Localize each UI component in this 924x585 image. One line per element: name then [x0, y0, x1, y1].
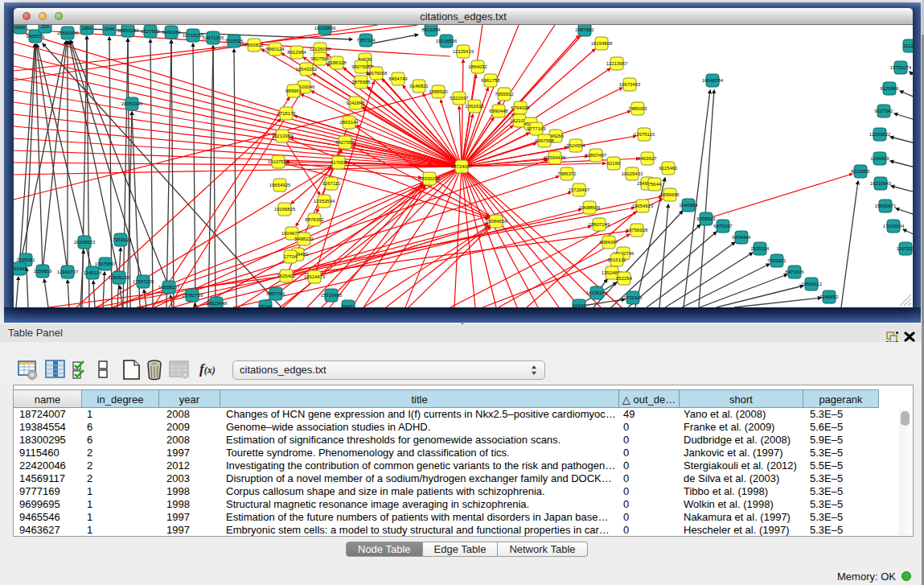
svg-text:19218506: 19218506 — [436, 39, 458, 43]
svg-text:252254: 252254 — [616, 276, 633, 281]
svg-text:18807249: 18807249 — [589, 222, 610, 227]
svg-text:8454749: 8454749 — [388, 76, 408, 81]
svg-text:10444: 10444 — [573, 303, 586, 307]
svg-text:10654112: 10654112 — [801, 282, 823, 286]
svg-text:8912954: 8912954 — [287, 50, 306, 55]
svg-text:12093822: 12093822 — [869, 132, 891, 137]
svg-text:15716485: 15716485 — [321, 293, 343, 298]
svg-text:209: 209 — [41, 25, 50, 29]
svg-text:1588520: 1588520 — [429, 89, 448, 94]
svg-text:12213967: 12213967 — [606, 61, 628, 66]
svg-text:1527602: 1527602 — [141, 29, 160, 34]
svg-text:1156819: 1156819 — [34, 269, 53, 274]
svg-text:6466160: 6466160 — [162, 30, 181, 35]
svg-text:9245652: 9245652 — [819, 295, 839, 299]
svg-text:15246: 15246 — [259, 304, 273, 307]
svg-text:12353594: 12353594 — [314, 199, 335, 204]
svg-text:6961758: 6961758 — [481, 78, 500, 83]
svg-text:10958107: 10958107 — [158, 285, 180, 290]
svg-text:1733426: 1733426 — [623, 295, 643, 300]
svg-text:1167533: 1167533 — [897, 246, 913, 251]
svg-text:9827508: 9827508 — [351, 64, 371, 69]
svg-text:2803144: 2803144 — [339, 120, 359, 125]
svg-text:8427552: 8427552 — [335, 140, 355, 145]
svg-text:18724007: 18724007 — [451, 164, 473, 169]
svg-text:19384554: 19384554 — [486, 219, 507, 224]
svg-text:2087682: 2087682 — [575, 27, 594, 32]
svg-text:9146821: 9146821 — [409, 84, 429, 89]
svg-text:7955812: 7955812 — [495, 92, 514, 97]
svg-text:8878352: 8878352 — [305, 217, 324, 222]
svg-text:15692971: 15692971 — [875, 204, 897, 208]
svg-text:19654925: 19654925 — [269, 183, 291, 187]
svg-text:16914479: 16914479 — [304, 274, 326, 279]
svg-text:5498222: 5498222 — [294, 237, 314, 241]
svg-text:16154808: 16154808 — [591, 41, 613, 46]
svg-text:15720407: 15720407 — [569, 187, 590, 192]
svg-text:10853287: 10853287 — [117, 28, 139, 33]
svg-text:9084067: 9084067 — [599, 240, 618, 245]
svg-text:19654923: 19654923 — [632, 204, 654, 208]
svg-text:417006: 417006 — [331, 160, 347, 165]
svg-text:1640954: 1640954 — [679, 203, 698, 208]
svg-text:3875685: 3875685 — [351, 80, 371, 84]
svg-text:9242848: 9242848 — [346, 101, 365, 105]
svg-text:3624554: 3624554 — [566, 143, 585, 148]
svg-text:20364436: 20364436 — [544, 155, 566, 160]
svg-text:7663822: 7663822 — [244, 43, 264, 47]
svg-text:18300295: 18300295 — [419, 176, 441, 181]
svg-text:16782759: 16782759 — [182, 293, 203, 298]
svg-text:1864032: 1864032 — [468, 64, 487, 69]
svg-text:1615132: 1615132 — [607, 257, 626, 262]
svg-text:10671355: 10671355 — [203, 35, 224, 40]
svg-text:10107553: 10107553 — [268, 159, 290, 164]
svg-text:7515526: 7515526 — [224, 39, 244, 43]
svg-text:8660124: 8660124 — [265, 47, 285, 51]
svg-text:75644: 75644 — [648, 182, 662, 187]
svg-text:9857791: 9857791 — [266, 291, 285, 296]
svg-text:6990448: 6990448 — [489, 109, 508, 113]
svg-text:391940: 391940 — [14, 266, 28, 271]
svg-text:17016504: 17016504 — [883, 224, 905, 229]
svg-text:2935114: 2935114 — [751, 246, 770, 251]
svg-text:8813054: 8813054 — [421, 27, 441, 32]
svg-text:1362615: 1362615 — [465, 104, 484, 109]
svg-text:8215955: 8215955 — [851, 169, 870, 174]
svg-text:16543362: 16543362 — [296, 67, 318, 72]
svg-text:2718176: 2718176 — [277, 111, 296, 116]
svg-text:6497568: 6497568 — [535, 138, 554, 143]
svg-text:10807487: 10807487 — [585, 153, 607, 158]
svg-text:9227342: 9227342 — [874, 109, 893, 113]
svg-text:10688609: 10688609 — [579, 205, 601, 210]
svg-text:19166825: 19166825 — [274, 207, 296, 212]
svg-text:7625402: 7625402 — [277, 274, 296, 278]
svg-text:17704: 17704 — [284, 254, 298, 259]
svg-text:12942737: 12942737 — [57, 270, 79, 274]
svg-text:16210643: 16210643 — [870, 181, 892, 186]
svg-text:6479197: 6479197 — [713, 224, 733, 229]
svg-text:3267110: 3267110 — [322, 181, 342, 186]
svg-text:1145114: 1145114 — [84, 270, 102, 275]
svg-text:2535061: 2535061 — [16, 257, 35, 262]
svg-text:9777169: 9777169 — [527, 126, 546, 131]
svg-text:8471676: 8471676 — [785, 270, 804, 274]
svg-text:10975867: 10975867 — [95, 262, 117, 266]
svg-text:12226058: 12226058 — [310, 47, 331, 51]
svg-text:9474444: 9474444 — [732, 235, 751, 240]
svg-text:9115460: 9115460 — [659, 166, 679, 171]
svg-text:9463627: 9463627 — [638, 156, 657, 161]
svg-text:5322037: 5322037 — [450, 96, 469, 101]
svg-text:15751074: 15751074 — [890, 65, 912, 70]
svg-text:17957225: 17957225 — [133, 279, 154, 284]
svg-text:10025433: 10025433 — [622, 171, 643, 176]
svg-text:17359924: 17359924 — [110, 237, 132, 242]
svg-text:6794028: 6794028 — [511, 105, 530, 110]
svg-text:1405571: 1405571 — [26, 34, 45, 39]
svg-text:11124: 11124 — [903, 43, 913, 48]
svg-text:20206533: 20206533 — [74, 240, 96, 245]
svg-text:9129966: 9129966 — [880, 86, 899, 91]
svg-text:1853: 1853 — [81, 26, 92, 31]
svg-text:23676068: 23676068 — [366, 71, 388, 76]
svg-text:7986372: 7986372 — [557, 171, 577, 176]
svg-text:10923448: 10923448 — [206, 301, 228, 306]
